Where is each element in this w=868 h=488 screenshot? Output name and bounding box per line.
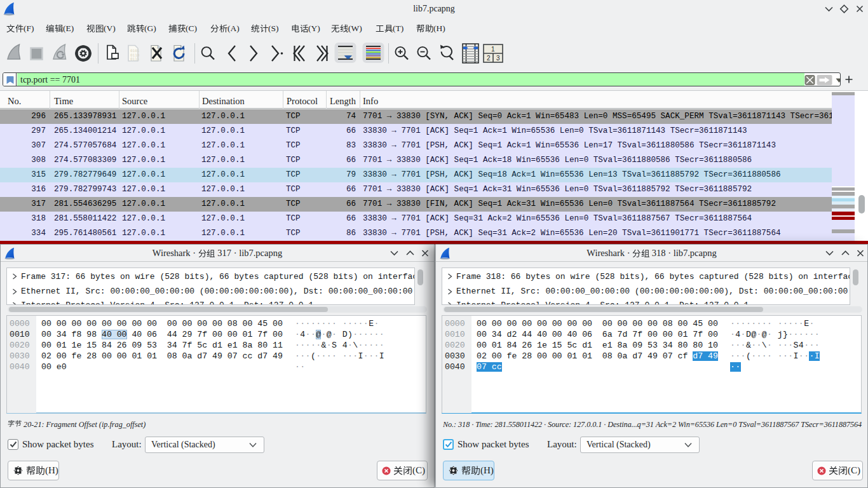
svg-text:1: 1 [491, 46, 495, 53]
svg-text:2: 2 [487, 55, 491, 62]
svg-text:3: 3 [496, 55, 500, 62]
svg-text:0111: 0111 [130, 57, 140, 61]
svg-text:0101: 0101 [130, 48, 140, 53]
